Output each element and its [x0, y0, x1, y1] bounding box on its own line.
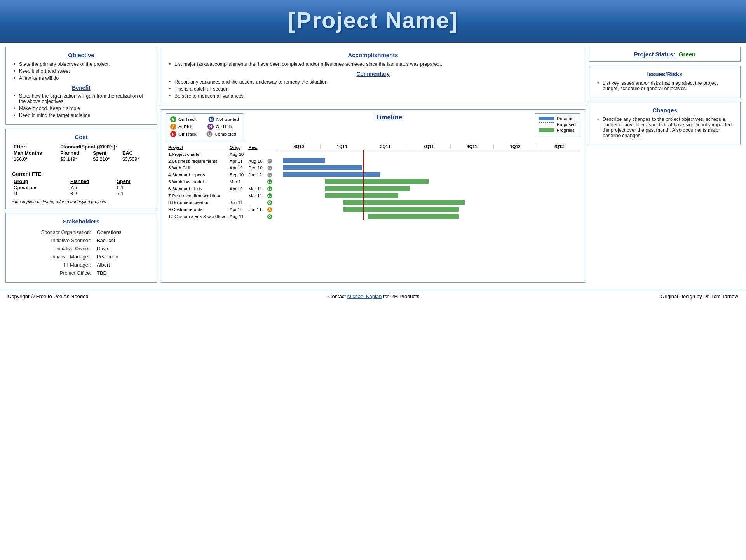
fte-col-group: Group	[12, 178, 69, 185]
commentary-list: Report any variances and the actions und…	[167, 79, 579, 99]
stake-label: Initiative Manager:	[39, 253, 94, 260]
today-line	[363, 171, 364, 178]
dur-proposed-label: Proposed	[557, 122, 576, 127]
col-man-months: Man Months	[12, 150, 59, 156]
project-status-title: Project Status:	[634, 51, 675, 58]
project-status: C	[265, 164, 275, 171]
project-orig: Aug 11	[227, 213, 246, 220]
fte-col-spent: Spent	[115, 178, 150, 185]
objective-panel: Objective State the primary objectives o…	[5, 47, 157, 125]
at-risk-icon: A	[170, 124, 176, 130]
gantt-row-6	[277, 185, 580, 192]
gantt-col-project: Project	[166, 144, 227, 151]
table-row: Initiative Sponsor: Baduchi	[39, 237, 124, 244]
project-name: 9.Custom reports	[166, 206, 227, 213]
project-orig: Mar 11	[227, 178, 246, 185]
issue-item: List key issues and/or risks that may af…	[597, 80, 734, 91]
table-row: 10.Custom alerts & workflow Aug 11 G	[166, 213, 275, 220]
project-name: 6.Standard alerts	[166, 185, 227, 192]
on-track-icon: G	[170, 116, 176, 122]
benefit-item: Keep in mind the target audience	[14, 113, 150, 118]
gantt-bars	[277, 150, 580, 220]
project-status-value: Green	[679, 51, 695, 58]
bar-green	[343, 207, 459, 212]
bar-green	[325, 186, 410, 191]
bar-green	[368, 214, 459, 219]
changes-list: Describe any changes to the project obje…	[596, 117, 734, 138]
project-orig: Apr 10	[227, 206, 246, 213]
today-line	[363, 192, 364, 199]
project-rev: Dec 10	[246, 164, 265, 171]
changes-title: Changes	[596, 107, 734, 113]
contact-post: for PM Products.	[382, 293, 420, 299]
table-row: 9.Custom reports Apr 10 Jun 11 A	[166, 206, 275, 213]
legend-on-track: G On Track N Not Started	[170, 116, 239, 122]
duration-bar-icon	[539, 117, 554, 120]
proposed-bar-icon	[539, 122, 554, 126]
on-hold-icon: H	[207, 124, 214, 130]
today-line	[363, 206, 364, 213]
project-rev	[246, 178, 265, 185]
commentary-item: This is a catch all section	[169, 86, 579, 92]
issues-risks-title: Issues/Risks	[596, 71, 734, 77]
benefit-list: State how the organization will gain fro…	[12, 93, 150, 118]
project-name: 1.Project charter	[166, 151, 227, 157]
fte-row-1-spent: 5.1	[115, 185, 150, 191]
table-row: Initiative Manager: Pearlman	[39, 253, 124, 260]
page-footer: Copyright © Free to Use As Needed Contac…	[0, 290, 746, 302]
gantt-container: Project Orig. Rev. 1.Project charter Aug…	[166, 144, 580, 220]
stakeholders-table: Sponsor Organization: Operations Initiat…	[38, 228, 125, 277]
quarter-1q12: 1Q12	[493, 144, 537, 149]
objective-title: Objective	[12, 52, 150, 58]
stake-value: Operations	[94, 229, 124, 236]
stake-label: Initiative Owner:	[39, 245, 94, 252]
col-eac: EAC	[121, 150, 150, 156]
project-orig: Jun 11	[227, 199, 246, 206]
project-status-panel: Project Status: Green	[589, 47, 741, 62]
today-line	[363, 213, 364, 220]
stake-value: TBD	[94, 269, 124, 277]
timeline-panel: G On Track N Not Started A At Risk H On …	[161, 109, 585, 283]
project-rev	[246, 199, 265, 206]
table-row: 8.Document creation Jun 11 G	[166, 199, 275, 206]
table-row: IT Manager: Albert	[39, 261, 124, 269]
table-row: Sponsor Organization: Operations	[39, 229, 124, 236]
table-row: Project Office: TBD	[39, 269, 124, 277]
gantt-row-8	[277, 199, 580, 206]
contact-link[interactable]: Michael Kaplan	[347, 293, 382, 299]
benefit-item: Make it good. Keep it simple	[14, 106, 150, 111]
project-status: G	[265, 192, 275, 199]
gantt-col-status	[265, 144, 275, 151]
gantt-row-9	[277, 206, 580, 213]
main-content: Objective State the primary objectives o…	[0, 43, 746, 286]
gantt-row-7	[277, 192, 580, 199]
copyright-text: Copyright © Free to Use As Needed	[8, 293, 89, 299]
planned-spent-label: Planned/Spent ($000's):	[59, 143, 150, 150]
duration-legend: Duration Proposed Progress	[535, 113, 580, 136]
quarter-4q10: 4Q10	[277, 144, 320, 149]
right-column: Project Status: Green Issues/Risks List …	[589, 47, 741, 283]
quarter-2q12: 2Q12	[537, 144, 580, 149]
benefit-item: State how the organization will gain fro…	[14, 93, 150, 104]
accomplishment-item: List major tasks/accomplishments that ha…	[169, 61, 579, 67]
objective-item: Keep it short and sweet	[14, 68, 150, 74]
credit-text: Original Design by Dr. Tom Tarnow	[661, 293, 738, 299]
table-row: 3.Web GUI Apr 10 Dec 10 C	[166, 164, 275, 171]
project-orig: Apr 11	[227, 158, 246, 165]
project-name: 5.Workflow module	[166, 178, 227, 185]
project-status: C	[265, 158, 275, 165]
accomplishments-panel: Accomplishments List major tasks/accompl…	[161, 47, 585, 105]
bar-blue	[283, 172, 380, 177]
project-rev	[246, 151, 265, 157]
col-spent: Spent	[91, 150, 121, 156]
project-name: 10.Custom alerts & workflow	[166, 213, 227, 220]
at-risk-label: At Risk	[178, 124, 192, 129]
project-rev: Mar 11	[246, 185, 265, 192]
page-header: [Project Name]	[0, 0, 746, 43]
gantt-row-2	[277, 157, 580, 164]
objective-item: State the primary objectives of the proj…	[14, 61, 150, 67]
stake-label: IT Manager:	[39, 261, 94, 269]
quarter-3q11: 3Q11	[407, 144, 450, 149]
changes-panel: Changes Describe any changes to the proj…	[589, 102, 741, 145]
gantt-row-3	[277, 164, 580, 171]
